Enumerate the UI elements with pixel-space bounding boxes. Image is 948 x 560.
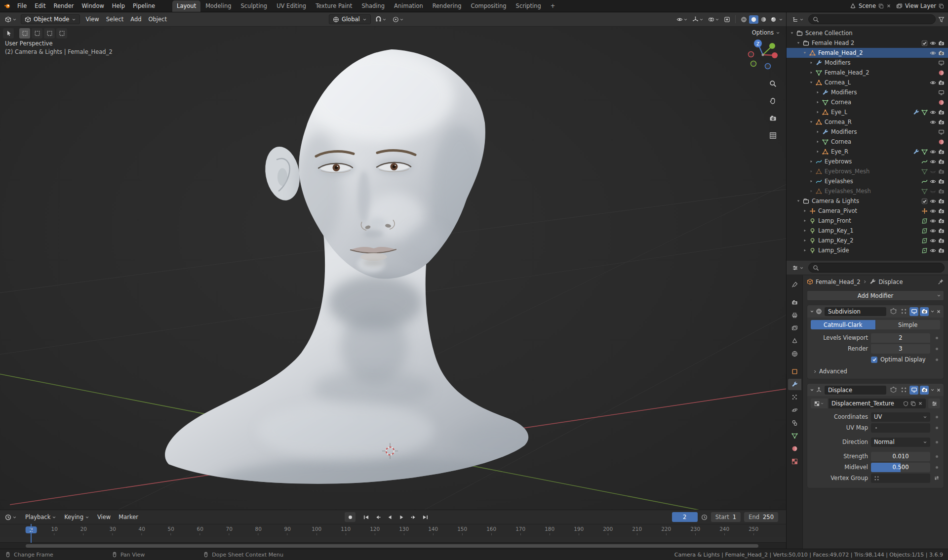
- expander-icon[interactable]: [814, 100, 821, 104]
- outliner-row-female-head-2[interactable]: Female_Head_2: [787, 48, 948, 58]
- box-select-subtract-button[interactable]: [44, 28, 55, 39]
- play-button[interactable]: [396, 512, 407, 522]
- timeline-menu-keying[interactable]: Keying: [61, 512, 93, 522]
- hide-in-viewport-toggle-icon[interactable]: [930, 238, 936, 244]
- outliner-row-eye-r[interactable]: Eye_R: [787, 147, 948, 157]
- fake-user-toggle[interactable]: [903, 401, 908, 406]
- timeline-menu-view[interactable]: View: [94, 512, 114, 522]
- render-levels-field[interactable]: 3: [871, 344, 930, 354]
- mode-dropdown[interactable]: Object Mode: [21, 14, 80, 24]
- disable-in-renders-toggle-icon[interactable]: [938, 208, 945, 214]
- outliner-row-eyebrows-mesh[interactable]: Eyebrows_Mesh: [787, 166, 948, 176]
- disable-in-renders-toggle-icon[interactable]: [938, 188, 945, 195]
- scrollbar-thumb[interactable]: [26, 544, 758, 548]
- auto-keying-toggle[interactable]: [345, 512, 356, 522]
- texture-name-field[interactable]: Displacement_Texture: [829, 399, 926, 408]
- options-button[interactable]: Options: [752, 29, 780, 36]
- vertex-group-field[interactable]: [871, 474, 930, 483]
- animate-decorator[interactable]: [933, 466, 940, 469]
- render-display-toggle[interactable]: [920, 386, 929, 395]
- hide-in-viewport-toggle-icon[interactable]: [930, 228, 936, 234]
- properties-tab-material[interactable]: [788, 443, 801, 454]
- expander-icon[interactable]: [795, 199, 801, 203]
- scene-selector[interactable]: Scene: [850, 2, 891, 9]
- disable-in-renders-toggle-icon[interactable]: [938, 80, 945, 86]
- frame-end-field[interactable]: End 250: [744, 512, 778, 522]
- workspace-tab-scripting[interactable]: Scripting: [512, 0, 546, 12]
- snap-toggle[interactable]: [374, 15, 388, 24]
- expander-icon[interactable]: [814, 110, 821, 114]
- hide-in-viewport-toggle-icon[interactable]: [930, 40, 936, 46]
- edit-mode-display-toggle[interactable]: [889, 386, 898, 395]
- hide-in-viewport-toggle-icon[interactable]: [930, 188, 936, 195]
- properties-tab-modifiers[interactable]: [788, 379, 801, 390]
- expander-icon[interactable]: [801, 51, 808, 55]
- properties-tab-texture[interactable]: [788, 456, 801, 467]
- advanced-section-toggle[interactable]: Advanced: [811, 368, 940, 375]
- properties-tab-physics[interactable]: [788, 404, 801, 416]
- add-modifier-button[interactable]: Add Modifier: [807, 290, 944, 301]
- duplicate-texture-button[interactable]: [910, 401, 916, 406]
- properties-tab-world[interactable]: [788, 348, 801, 360]
- zoom-button[interactable]: [769, 80, 777, 89]
- shading-menu-chevron-icon[interactable]: [779, 17, 783, 22]
- proportional-editing-toggle[interactable]: [391, 15, 405, 24]
- workspace-tab-animation[interactable]: Animation: [390, 0, 428, 12]
- editor-type-button[interactable]: [3, 15, 19, 24]
- modifier-name-field[interactable]: Subdivision: [825, 307, 886, 316]
- properties-tab-object[interactable]: [788, 366, 801, 377]
- blender-logo[interactable]: [4, 3, 10, 9]
- workspace-tab-uv-editing[interactable]: UV Editing: [272, 0, 311, 12]
- gizmos-dropdown[interactable]: [691, 15, 705, 24]
- catmull-clark-button[interactable]: Catmull-Clark: [811, 320, 875, 329]
- current-frame-field[interactable]: 2: [672, 512, 698, 522]
- expander-icon[interactable]: [801, 248, 808, 252]
- box-select-extend-button[interactable]: [32, 28, 42, 39]
- box-select-intersect-button[interactable]: [56, 28, 67, 39]
- animate-decorator[interactable]: [933, 441, 940, 443]
- coordinates-dropdown[interactable]: UV: [871, 412, 930, 422]
- disable-in-renders-toggle-icon[interactable]: [938, 109, 945, 116]
- strength-field[interactable]: 0.010: [871, 452, 930, 461]
- expander-icon[interactable]: [808, 80, 814, 84]
- frame-start-field[interactable]: Start 1: [711, 512, 741, 522]
- orientation-dropdown[interactable]: Global: [329, 14, 371, 24]
- outliner-row-camera-lights[interactable]: Camera & Lights: [787, 196, 948, 206]
- outliner-row-camera-pivot[interactable]: Camera_Pivot: [787, 206, 948, 216]
- expander-icon[interactable]: [789, 31, 795, 35]
- preview-range-toggle[interactable]: [701, 514, 708, 520]
- editor-type-button[interactable]: [790, 264, 806, 272]
- box-select-new-button[interactable]: [19, 28, 30, 39]
- outliner-row-modifiers[interactable]: Modifiers: [787, 58, 948, 68]
- outliner-row-cornea[interactable]: Cornea: [787, 137, 948, 147]
- shading-material-preview-button[interactable]: [759, 15, 768, 24]
- modifier-extras-menu[interactable]: [930, 309, 935, 314]
- jump-end-button[interactable]: [420, 512, 431, 522]
- animate-decorator[interactable]: [933, 427, 940, 429]
- midlevel-slider[interactable]: 0.500: [871, 463, 930, 472]
- hide-in-viewport-toggle-icon[interactable]: [930, 159, 936, 165]
- expander-icon[interactable]: [808, 120, 814, 124]
- outliner-row-lamp-front[interactable]: Lamp_Front: [787, 216, 948, 226]
- menu-edit[interactable]: Edit: [31, 1, 49, 10]
- camera-view-button[interactable]: [769, 115, 777, 123]
- disable-in-renders-toggle-icon[interactable]: [938, 149, 945, 155]
- workspace-tab-shading[interactable]: Shading: [357, 0, 389, 12]
- menu-window[interactable]: Window: [78, 1, 108, 10]
- expander-icon[interactable]: [814, 150, 821, 154]
- delete-modifier-button[interactable]: [936, 388, 941, 393]
- uv-map-picker[interactable]: [871, 423, 930, 433]
- disable-in-renders-toggle-icon[interactable]: [938, 50, 945, 56]
- disable-in-renders-toggle-icon[interactable]: [938, 247, 945, 254]
- hide-in-viewport-toggle-icon[interactable]: [930, 178, 936, 185]
- properties-tab-tool[interactable]: [788, 279, 801, 290]
- shading-solid-button[interactable]: [749, 15, 758, 24]
- prev-keyframe-button[interactable]: [372, 512, 383, 522]
- expander-icon[interactable]: [814, 90, 821, 94]
- timeline-menu-playback[interactable]: Playback: [22, 512, 60, 522]
- disable-in-renders-toggle-icon[interactable]: [938, 218, 945, 224]
- expander-icon[interactable]: [814, 140, 821, 144]
- hide-in-viewport-toggle-icon[interactable]: [930, 208, 936, 214]
- pin-button[interactable]: [938, 279, 944, 285]
- properties-tab-constraints[interactable]: [788, 417, 801, 429]
